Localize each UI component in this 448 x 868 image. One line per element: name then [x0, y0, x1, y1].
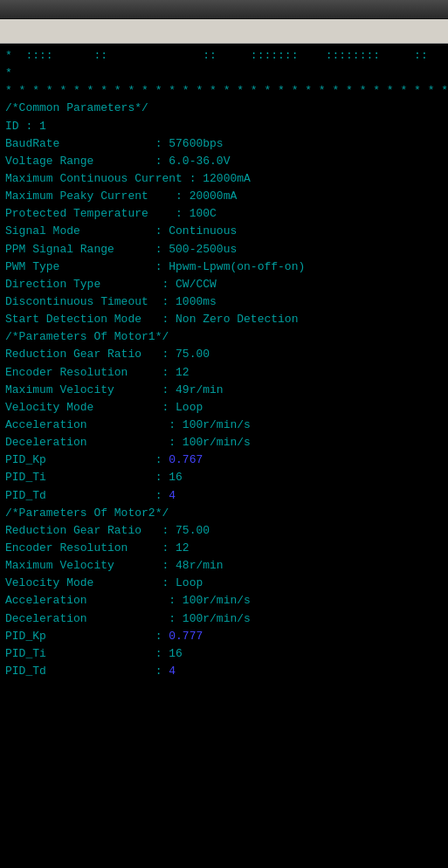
param-colon: : [114, 243, 169, 256]
param-key: Discontinuous Timeout [5, 295, 148, 308]
param-key: PID_Kp [5, 630, 46, 643]
param-key: Voltage Range [5, 155, 93, 168]
param-colon: : [87, 436, 183, 449]
console-line: /*Common Parameters*/ [5, 100, 443, 117]
console-line: * [5, 65, 443, 82]
param-value: 4 [169, 665, 176, 678]
param-value: 12 [176, 366, 190, 379]
console-line: Velocity Mode : Loop [5, 575, 443, 592]
param-colon: : [114, 559, 176, 572]
param-value: 100r/min/s [183, 418, 251, 431]
param-key: Maximum Velocity [5, 383, 114, 396]
title-bar [0, 0, 448, 19]
param-colon: : [141, 524, 176, 537]
console-line: PID_Ti : 16 [5, 645, 443, 663]
console-area[interactable]: * :::: :: :: ::::::: :::::::: ::** * * *… [0, 44, 448, 868]
console-line: Encoder Resolution : 12 [5, 540, 443, 557]
param-colon: : [19, 120, 39, 133]
console-line: PID_Kp : 0.767 [5, 451, 443, 469]
console-line: Signal Mode : Continuous [5, 223, 443, 240]
param-colon: : [59, 137, 169, 150]
param-colon: : [46, 630, 169, 643]
param-colon: : [46, 665, 169, 678]
param-value: 6.0-36.0V [169, 155, 230, 168]
param-value: 100r/min/s [183, 436, 251, 449]
console-line: Direction Type : CW/CCW [5, 276, 443, 293]
console-line: Deceleration : 100r/min/s [5, 434, 443, 451]
console-line: Acceleration : 100r/min/s [5, 592, 443, 610]
console-line: Start Detection Mode : Non Zero Detectio… [5, 311, 443, 328]
console-line: PID_Td : 4 [5, 663, 443, 680]
param-value: 75.00 [176, 524, 210, 537]
console-line: Maximum Continuous Current : 12000mA [5, 170, 443, 188]
param-value: 20000mA [190, 189, 238, 203]
console-line: Voltage Range : 6.0-36.0V [5, 153, 443, 170]
param-key: Velocity Mode [5, 401, 93, 414]
param-value: 75.00 [176, 348, 210, 361]
param-colon: : [148, 295, 176, 308]
param-value: 49r/min [176, 383, 224, 396]
param-colon: : [128, 366, 176, 379]
param-colon: : [93, 155, 169, 168]
param-key: Maximum Peaky Current [5, 189, 148, 203]
console-line: ID : 1 [5, 118, 443, 135]
console-line: PID_Ti : 16 [5, 469, 443, 486]
console-line: Maximum Peaky Current : 20000mA [5, 188, 443, 205]
param-value: 12 [176, 541, 190, 555]
param-colon: : [93, 576, 176, 589]
console-line: Maximum Velocity : 48r/min [5, 557, 443, 575]
param-colon: : [87, 594, 183, 607]
param-key: Velocity Mode [5, 576, 93, 589]
param-key: PID_Td [5, 665, 46, 678]
param-colon: : [100, 278, 176, 291]
param-key: ID [5, 120, 19, 133]
param-value: 1 [39, 120, 46, 133]
console-line: PID_Td : 4 [5, 487, 443, 505]
param-value: Loop [176, 576, 203, 589]
param-value: 100r/min/s [183, 594, 251, 607]
console-line: Encoder Resolution : 12 [5, 364, 443, 382]
param-key: Maximum Velocity [5, 559, 114, 572]
param-colon: : [128, 541, 176, 555]
param-colon: : [80, 224, 169, 238]
param-key: PID_Td [5, 489, 46, 502]
param-value: 500-2500us [169, 243, 237, 256]
console-line: Protected Temperature : 100C [5, 205, 443, 223]
param-colon: : [87, 612, 183, 625]
param-colon: : [87, 418, 183, 431]
param-value: 16 [169, 471, 183, 484]
param-colon: : [93, 401, 176, 414]
param-value: 57600bps [169, 137, 223, 150]
param-value: Continuous [169, 224, 237, 238]
console-line: Reduction Gear Ratio : 75.00 [5, 522, 443, 540]
console-line: Discontinuous Timeout : 1000ms [5, 293, 443, 311]
param-value: 12000mA [203, 172, 251, 185]
param-key: PID_Ti [5, 647, 46, 660]
param-value: CW/CCW [176, 278, 217, 291]
param-key: Encoder Resolution [5, 366, 128, 379]
param-key: Maximum Continuous Current [5, 172, 183, 185]
param-colon: : [46, 647, 169, 660]
param-key: Acceleration [5, 594, 87, 607]
param-value: 4 [169, 489, 176, 502]
param-key: Encoder Resolution [5, 541, 128, 555]
param-colon: : [46, 471, 169, 484]
param-value: Non Zero Detection [176, 313, 298, 326]
param-colon: : [141, 313, 176, 326]
console-line: PPM Signal Range : 500-2500us [5, 241, 443, 258]
param-colon: : [114, 383, 176, 396]
console-line: Acceleration : 100r/min/s [5, 417, 443, 434]
param-colon: : [148, 189, 190, 203]
console-line: /*Parameters Of Motor2*/ [5, 505, 443, 522]
param-colon: : [46, 453, 169, 466]
param-value: Hpwm-Lpwm(on-off-on) [169, 260, 305, 273]
param-key: PID_Ti [5, 471, 46, 484]
toolbar [0, 19, 448, 44]
param-key: Signal Mode [5, 224, 80, 238]
console-line: PID_Kp : 0.777 [5, 628, 443, 645]
param-value: 1000ms [176, 295, 217, 308]
param-value: 0.767 [169, 453, 203, 466]
console-line: * :::: :: :: ::::::: :::::::: :: [5, 47, 443, 65]
param-key: Deceleration [5, 612, 87, 625]
console-line: PWM Type : Hpwm-Lpwm(on-off-on) [5, 258, 443, 276]
